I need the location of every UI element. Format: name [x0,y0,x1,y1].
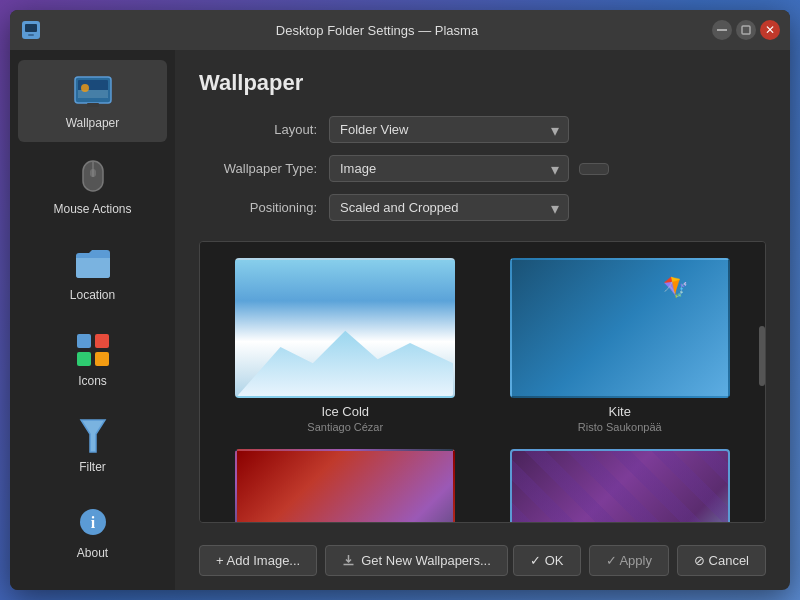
sidebar-mouse-actions-label: Mouse Actions [53,202,131,216]
wallpaper-type-row: Wallpaper Type: Image [199,155,766,182]
svg-rect-15 [77,352,91,366]
wallpaper-name-ice-cold: Ice Cold [321,404,369,419]
wallpaper-icon [73,72,113,112]
svg-rect-14 [95,334,109,348]
svg-rect-1 [25,24,37,32]
info-icon: i [73,502,113,542]
svg-point-8 [81,84,89,92]
window-controls: ✕ [712,20,780,40]
wallpaper-author-kite: Risto Saukonpää [578,421,662,433]
svg-rect-16 [95,352,109,366]
svg-rect-12 [90,169,96,177]
wallpaper-item-ice-cold[interactable]: Ice Cold Santiago Cézar [216,258,475,433]
sidebar: Wallpaper Mouse Actions [10,50,175,590]
sidebar-about-label: About [77,546,108,560]
main-window: Desktop Folder Settings — Plasma ✕ [10,10,790,590]
wallpaper-thumb-kite [510,258,730,398]
wallpaper-item-shell[interactable]: Shell Lucas Andrade [491,449,750,523]
app-icon [20,19,42,41]
sidebar-item-about[interactable]: i About [18,490,167,572]
download-icon-wallpaper [342,554,355,567]
svg-rect-9 [87,103,99,107]
wallpaper-grid: Ice Cold Santiago Cézar Kite Risto Sauko… [200,242,765,523]
wallpaper-name-kite: Kite [609,404,631,419]
wallpaper-grid-container[interactable]: Ice Cold Santiago Cézar Kite Risto Sauko… [199,241,766,523]
svg-rect-7 [78,90,108,98]
wallpaper-item-kokkini[interactable]: Kokkini Ken Vermette [216,449,475,523]
positioning-row: Positioning: Scaled and Cropped [199,194,766,221]
mouse-icon [73,158,113,198]
wallpaper-thumb-kokkini [235,449,455,523]
sidebar-icons-label: Icons [78,374,107,388]
bottom-buttons: + Add Image... Get New Wallpapers... ✓ O… [199,535,766,590]
sidebar-filter-label: Filter [79,460,106,474]
wallpaper-type-label: Wallpaper Type: [199,161,329,176]
bottom-left-buttons: + Add Image... Get New Wallpapers... [199,545,508,576]
positioning-label: Positioning: [199,200,329,215]
wallpaper-type-select-wrapper: Image [329,155,569,182]
get-new-wallpapers-button[interactable]: Get New Wallpapers... [325,545,508,576]
page-title: Wallpaper [199,70,766,96]
sidebar-wallpaper-label: Wallpaper [66,116,120,130]
svg-rect-13 [77,334,91,348]
positioning-select[interactable]: Scaled and Cropped [329,194,569,221]
apply-button[interactable]: ✓ Apply [589,545,669,576]
get-plugins-button[interactable] [579,163,609,175]
close-button[interactable]: ✕ [760,20,780,40]
ok-button[interactable]: ✓ OK [513,545,580,576]
wallpaper-thumb-shell [510,449,730,523]
sidebar-item-icons[interactable]: Icons [18,318,167,400]
svg-text:i: i [90,514,95,531]
svg-marker-17 [81,420,105,452]
sidebar-item-mouse-actions[interactable]: Mouse Actions [18,146,167,228]
titlebar: Desktop Folder Settings — Plasma ✕ [10,10,790,50]
main-panel: Wallpaper Layout: Folder View Wallpaper … [175,50,790,590]
sidebar-item-location[interactable]: Location [18,232,167,314]
filter-icon [73,416,113,456]
add-image-button[interactable]: + Add Image... [199,545,317,576]
maximize-button[interactable] [736,20,756,40]
content-area: Wallpaper Mouse Actions [10,50,790,590]
layout-label: Layout: [199,122,329,137]
cancel-button[interactable]: ⊘ Cancel [677,545,766,576]
wallpaper-type-select[interactable]: Image [329,155,569,182]
positioning-select-wrapper: Scaled and Cropped [329,194,569,221]
window-title: Desktop Folder Settings — Plasma [42,23,712,38]
wallpaper-thumb-ice-cold [235,258,455,398]
sidebar-item-wallpaper[interactable]: Wallpaper [18,60,167,142]
svg-rect-3 [717,29,727,31]
wallpaper-author-ice-cold: Santiago Cézar [307,421,383,433]
svg-rect-2 [28,34,34,36]
scrollbar-thumb[interactable] [759,326,765,386]
bottom-right-buttons: ✓ OK ✓ Apply ⊘ Cancel [513,545,766,576]
wallpaper-item-kite[interactable]: Kite Risto Saukonpää [491,258,750,433]
minimize-button[interactable] [712,20,732,40]
icons-icon [73,330,113,370]
layout-select[interactable]: Folder View [329,116,569,143]
sidebar-item-filter[interactable]: Filter [18,404,167,486]
sidebar-location-label: Location [70,288,115,302]
folder-icon [73,244,113,284]
svg-rect-4 [742,26,750,34]
layout-select-wrapper: Folder View [329,116,569,143]
layout-row: Layout: Folder View [199,116,766,143]
get-new-wallpapers-label: Get New Wallpapers... [361,553,491,568]
